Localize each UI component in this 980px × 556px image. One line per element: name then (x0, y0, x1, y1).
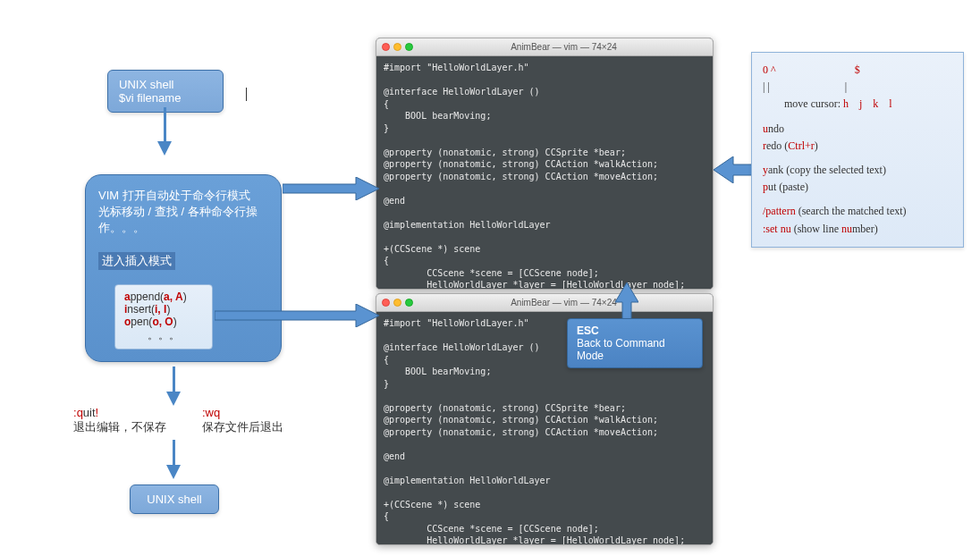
term-body-top: #import "HelloWorldLayer.h" @interface H… (376, 56, 713, 290)
arrow-shell-to-main (157, 107, 175, 161)
insert-mode-label: 进入插入模式 (98, 252, 175, 270)
insert-commands: append(a, A) insert(i, I) open(o, O) 。。。 (114, 284, 213, 350)
arrow-main-to-quit (166, 366, 184, 409)
arrow-to-bottom-term (215, 304, 379, 327)
quit-no-save: :quit! 退出编辑，不保存 (73, 406, 166, 435)
svg-marker-2 (714, 156, 756, 183)
vi-command: $vi filename (119, 91, 212, 105)
main-l2: 光标移动 / 查找 / 各种命令行操作。。。 (98, 204, 268, 236)
unix-shell-end: UNIX shell (130, 484, 219, 514)
svg-marker-3 (615, 282, 638, 322)
terminal-command-mode: AnimBear — vim — 74×24 #import "HelloWor… (376, 38, 714, 290)
quit-save: :wq 保存文件后退出 (202, 406, 283, 435)
svg-marker-1 (215, 304, 379, 327)
term-titlebar: AnimBear — vim — 74×24 (376, 38, 713, 56)
arrow-quit-to-shell (166, 440, 184, 483)
unix-shell-start: UNIX shell $vi filename (107, 70, 224, 113)
term-title-text: AnimBear — vim — 74×24 (420, 42, 707, 52)
arrow-to-top-term (283, 177, 379, 200)
term-titlebar-2: AnimBear — vim — 74×24 (376, 294, 713, 312)
esc-desc: Back to Command Mode (577, 337, 693, 362)
arrow-esc-up (615, 282, 638, 322)
main-l1: VIM 打开自动处于命令行模式 (98, 188, 268, 204)
svg-marker-0 (283, 177, 379, 200)
shell-label: UNIX shell (119, 78, 212, 91)
esc-title: ESC (577, 324, 693, 337)
traffic-lights (382, 43, 413, 51)
term-title-text-2: AnimBear — vim — 74×24 (420, 298, 707, 307)
arrow-cheatsheet-to-term (714, 156, 756, 183)
text-cursor (246, 88, 247, 101)
traffic-lights-2 (382, 299, 413, 307)
vim-cheatsheet: 0 ^$ | || move cursor: h j k l undo redo… (751, 52, 964, 248)
esc-callout: ESC Back to Command Mode (567, 318, 703, 368)
